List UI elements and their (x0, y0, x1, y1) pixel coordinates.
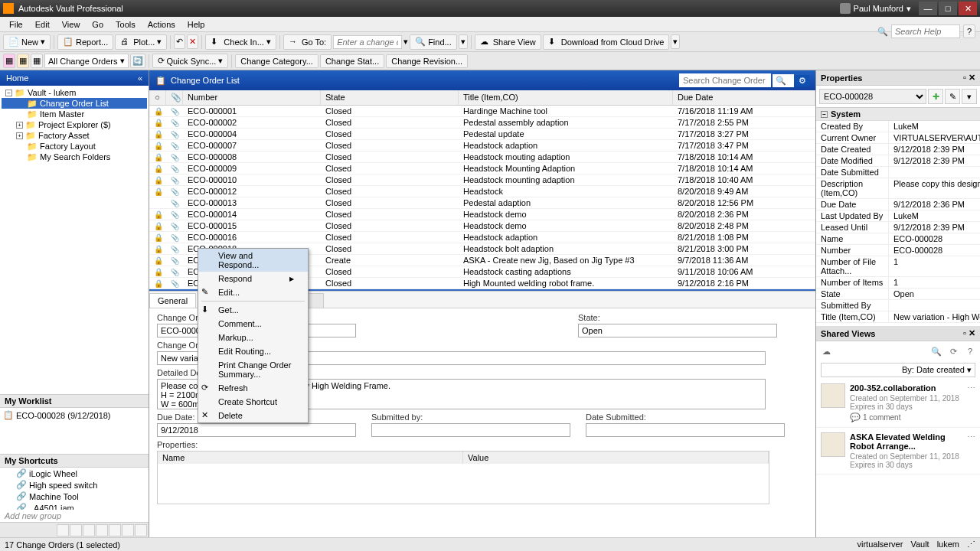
panel-pin[interactable]: ▫ (963, 328, 966, 337)
sv-search-button[interactable]: 🔍 (929, 344, 943, 358)
change-category-button[interactable]: Change Category... (235, 54, 318, 68)
grid-row[interactable]: 🔒📎ECO-000009ClosedHeadstock Mounting Ada… (149, 163, 815, 174)
menu-help[interactable]: Help (181, 18, 211, 31)
grid-row[interactable]: 🔒📎ECO-000008ClosedHeadstock mouting adap… (149, 152, 815, 163)
panel-close[interactable]: ✕ (969, 328, 975, 337)
download-button[interactable]: ⬇Download from Cloud Drive (543, 34, 670, 50)
search-options[interactable]: ⚙ (795, 75, 809, 86)
sv-sort-combo[interactable]: By: Date created ▾ (821, 363, 975, 377)
grid-row[interactable]: 🔒📎ECO-000015ClosedHeadstock demo8/20/201… (149, 220, 815, 232)
grid-row[interactable]: 🔒📎ECO-000010ClosedHeadstock mounting ada… (149, 174, 815, 186)
footer-btn[interactable] (135, 524, 147, 536)
context-menu-item[interactable]: ✕Delete (198, 409, 308, 422)
shared-view-item[interactable]: ASKA Elevated Welding Robot Arrange...Cr… (816, 428, 980, 474)
tree-toggle[interactable]: + (16, 132, 23, 139)
collapse-icon[interactable]: « (138, 73, 142, 83)
menu-tools[interactable]: Tools (109, 18, 142, 31)
checkin-button[interactable]: ⬇Check In... ▾ (205, 34, 276, 50)
context-menu-item[interactable]: View and Respond... (198, 249, 308, 272)
tree-item[interactable]: 📁My Search Folders (2, 152, 147, 162)
col-attach[interactable]: 📎 (166, 90, 183, 105)
panel-close[interactable]: ✕ (969, 73, 975, 82)
grid-row[interactable]: 🔒📎ECO-000012ClosedHeadstock8/20/2018 9:4… (149, 186, 815, 197)
help-info-button[interactable]: ? (963, 24, 975, 38)
col-state[interactable]: State (321, 90, 459, 105)
prop-col-name[interactable]: Name (158, 452, 463, 464)
sv-refresh-button[interactable]: ⟳ (946, 344, 960, 358)
tree-toggle[interactable]: − (5, 90, 12, 96)
sv-help-button[interactable]: ? (963, 344, 977, 358)
property-row[interactable]: NameECO-000028 (816, 233, 980, 245)
grid-row[interactable]: 🔒📎ECO-000004ClosedPedestal update7/17/20… (149, 129, 815, 140)
context-menu-item[interactable]: Print Change Order Summary... (198, 358, 308, 381)
col-flag[interactable]: ○ (149, 90, 166, 105)
list-search-input[interactable] (679, 73, 771, 87)
maximize-button[interactable]: □ (939, 2, 957, 15)
property-row[interactable]: StateOpen (816, 289, 980, 300)
refresh-btn[interactable]: 🔄 (130, 54, 145, 68)
context-menu-item[interactable]: Create Shortcut (198, 395, 308, 409)
home-header[interactable]: Home « (0, 70, 149, 86)
footer-btn[interactable] (96, 524, 108, 536)
prop-add-button[interactable]: ✚ (928, 89, 943, 104)
shortcut-item[interactable]: 🔗Machine Tool (0, 491, 149, 502)
shortcuts-header[interactable]: My Shortcuts (0, 454, 149, 468)
grid-row[interactable]: 🔒📎ECO-000014ClosedHeadstock demo8/20/201… (149, 209, 815, 220)
property-row[interactable]: Number of Items1 (816, 277, 980, 289)
submitted-by-input[interactable] (371, 423, 570, 437)
view-btn-1[interactable]: ▦ (3, 54, 15, 68)
user-badge[interactable]: Paul Munford ▾ (840, 3, 911, 14)
worklist-header[interactable]: My Worklist (0, 394, 149, 408)
prop-group-system[interactable]: −System (816, 108, 980, 121)
context-menu-item[interactable]: ⬇Get... (198, 303, 308, 317)
property-row[interactable]: Title (Item,CO)New variation - High Weld… (816, 311, 980, 323)
menu-go[interactable]: Go (86, 18, 109, 31)
shared-view-item[interactable]: 200-352.collaborationCreated on Septembe… (816, 379, 980, 428)
prop-edit-button[interactable]: ✎ (945, 89, 960, 104)
tree-item[interactable]: 📁Item Master (2, 109, 147, 119)
new-button[interactable]: 📄New ▾ (3, 34, 51, 50)
date-submitted-input[interactable] (586, 423, 785, 437)
context-menu-item[interactable]: Comment... (198, 317, 308, 331)
report-button[interactable]: 📋Report... (57, 34, 113, 50)
menu-actions[interactable]: Actions (142, 18, 181, 31)
nav-button[interactable]: ▾ (459, 34, 468, 49)
tree-item[interactable]: 📁Factory Layout (2, 141, 147, 152)
prop-menu-button[interactable]: ▾ (962, 89, 977, 104)
property-row[interactable]: Due Date9/12/2018 2:36 PM (816, 199, 980, 210)
close-button[interactable]: ✕ (959, 2, 977, 15)
footer-btn[interactable] (57, 524, 69, 536)
tree-toggle[interactable]: + (16, 122, 23, 129)
col-due[interactable]: Due Date (673, 90, 815, 105)
due-input[interactable] (157, 423, 356, 437)
tree-item[interactable]: 📁Change Order List (2, 98, 147, 109)
help-search-input[interactable] (891, 24, 960, 38)
item-menu[interactable]: ⋯ (967, 383, 975, 422)
tree-item[interactable]: +📁Project Explorer ($) (2, 119, 147, 130)
property-row[interactable]: Submitted By (816, 300, 980, 311)
col-title[interactable]: Title (Item,CO) (459, 90, 673, 105)
change-state-button[interactable]: Change Stat... (320, 54, 384, 68)
grid-row[interactable]: 🔒📎ECO-000001ClosedHardinge Machine tool7… (149, 106, 815, 117)
tree-item[interactable]: −📁Vault - lukem (2, 87, 147, 98)
undo-button[interactable]: ↶ (174, 34, 185, 49)
property-row[interactable]: Created ByLukeM (816, 121, 980, 132)
context-menu-item[interactable]: Markup... (198, 331, 308, 344)
add-group-link[interactable]: Add new group (0, 510, 149, 522)
property-row[interactable]: Current OwnerVIRTUALSERVER\AUTODES... (816, 132, 980, 144)
shortcut-item[interactable]: 🔗iLogic Wheel (0, 468, 149, 479)
col-number[interactable]: Number (183, 90, 321, 105)
grid-row[interactable]: 📎ECO-000013ClosedPedestal adaption8/20/2… (149, 197, 815, 209)
property-row[interactable]: Date Submitted (816, 167, 980, 178)
shortcut-item[interactable]: 🔗_A4501.iam (0, 502, 149, 510)
properties-selector[interactable]: ECO-000028 (819, 89, 926, 104)
find-button[interactable]: 🔍Find... (410, 34, 457, 50)
footer-btn[interactable] (122, 524, 134, 536)
context-menu-item[interactable]: Respond▶ (198, 272, 308, 285)
view-btn-2[interactable]: ▦ (17, 54, 29, 68)
property-row[interactable]: Leased Until9/12/2018 2:39 PM (816, 222, 980, 233)
context-menu-item[interactable]: ✎Edit... (198, 285, 308, 299)
property-row[interactable]: NumberECO-000028 (816, 245, 980, 256)
view-btn-3[interactable]: ▦ (31, 54, 43, 68)
grid-row[interactable]: 🔒📎ECO-000007ClosedHeadstock adaption7/17… (149, 140, 815, 152)
